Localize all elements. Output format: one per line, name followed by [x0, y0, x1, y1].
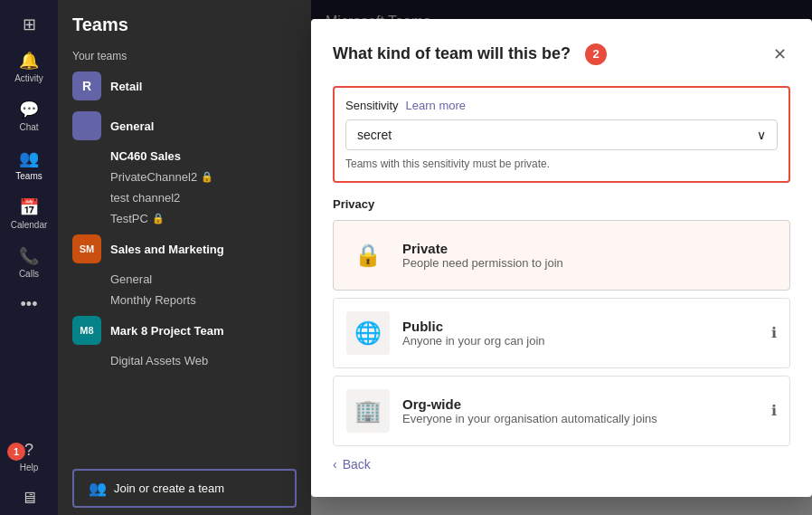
- sidebar-content: Your teams R Retail General NC460 Sales …: [58, 43, 311, 462]
- teams-icon: 👥: [19, 148, 39, 168]
- team-item-mark8[interactable]: M8 Mark 8 Project Team: [58, 310, 311, 350]
- calls-icon: 📞: [19, 246, 39, 266]
- channel-item-monthly-reports[interactable]: Monthly Reports: [58, 290, 311, 310]
- globe-icon: 🌐: [354, 320, 382, 346]
- team-item-general[interactable]: General: [58, 106, 311, 146]
- back-button[interactable]: ‹ Back: [333, 453, 371, 475]
- rail-item-calendar[interactable]: 📅 Calendar: [0, 190, 58, 237]
- back-label: Back: [343, 457, 371, 472]
- grid-icon: ⊞: [23, 14, 36, 34]
- public-desc: Anyone in your org can join: [402, 334, 759, 348]
- privacy-label: Privacy: [333, 197, 790, 211]
- rail-item-calls-label: Calls: [19, 269, 39, 279]
- private-info: Private People need permission to join: [402, 241, 777, 270]
- info-icon-orgwide[interactable]: ℹ: [771, 402, 777, 419]
- badge-1: 1: [7, 443, 25, 461]
- sensitivity-text: Sensitivity: [345, 99, 399, 112]
- rail-item-help-label: Help: [20, 463, 39, 472]
- team-name-sales: Sales and Marketing: [110, 243, 224, 256]
- info-icon-public[interactable]: ℹ: [771, 324, 777, 341]
- privacy-option-public[interactable]: 🌐 Public Anyone in your org can join ℹ: [333, 298, 790, 368]
- channel-item-nc460[interactable]: NC460 Sales: [58, 146, 311, 167]
- channel-item-digital-assets[interactable]: Digital Assets Web: [58, 350, 311, 371]
- modal-close-button[interactable]: ✕: [770, 41, 790, 68]
- rail-item-calendar-label: Calendar: [11, 220, 48, 230]
- rail-item-grid[interactable]: ⊞: [0, 7, 58, 42]
- modal: What kind of team will this be? 2 ✕ Sens…: [311, 19, 812, 497]
- public-icon-wrap: 🌐: [346, 311, 390, 355]
- modal-backdrop: What kind of team will this be? 2 ✕ Sens…: [311, 0, 812, 515]
- join-create-icon: 👥: [89, 480, 107, 497]
- modal-header: What kind of team will this be? 2 ✕: [333, 41, 790, 68]
- sensitivity-dropdown[interactable]: secret ∨: [345, 119, 778, 150]
- team-item-retail[interactable]: R Retail: [58, 66, 311, 106]
- modal-title-row: What kind of team will this be? 2: [333, 43, 607, 65]
- help-icon: ?: [24, 441, 33, 460]
- privacy-option-private[interactable]: 🔒 Private People need permission to join: [333, 220, 790, 291]
- lock-icon-privatechannel2: 🔒: [201, 171, 213, 183]
- lock-icon-private: 🔒: [354, 243, 382, 268]
- team-avatar-retail: R: [72, 72, 101, 100]
- join-create-label: Join or create a team: [114, 482, 224, 495]
- rail-item-chat[interactable]: 💬 Chat: [0, 92, 58, 139]
- sidebar-header: Teams: [58, 0, 311, 43]
- icon-rail: ⊞ 🔔 Activity 💬 Chat 👥 Teams 📅 Calendar 📞…: [0, 0, 58, 515]
- orgwide-desc: Everyone in your organisation automatica…: [402, 412, 759, 425]
- modal-title: What kind of team will this be?: [333, 44, 571, 63]
- rail-item-display[interactable]: 🖥: [0, 482, 58, 515]
- privacy-option-orgwide[interactable]: 🏢 Org-wide Everyone in your organisation…: [333, 376, 790, 446]
- org-icon: 🏢: [354, 398, 382, 424]
- channel-item-general-sales[interactable]: General: [58, 269, 311, 290]
- orgwide-info: Org-wide Everyone in your organisation a…: [402, 396, 759, 425]
- activity-icon: 🔔: [19, 51, 39, 71]
- rail-item-teams[interactable]: 👥 Teams: [0, 141, 58, 188]
- badge-2: 2: [585, 43, 607, 65]
- channel-item-testchannel2[interactable]: test channel2: [58, 187, 311, 208]
- calendar-icon: 📅: [19, 197, 39, 217]
- rail-item-activity-label: Activity: [14, 73, 43, 83]
- your-teams-label: Your teams: [58, 43, 311, 66]
- sensitivity-value: secret: [357, 128, 392, 142]
- team-name-general: General: [110, 119, 154, 133]
- private-name: Private: [402, 241, 777, 256]
- team-name-retail: Retail: [110, 80, 142, 93]
- join-create-button[interactable]: 👥 Join or create a team: [72, 469, 297, 508]
- team-avatar-sales: SM: [72, 234, 101, 263]
- sidebar: Teams Your teams R Retail General NC460 …: [58, 0, 311, 515]
- sensitivity-hint: Teams with this sensitivity must be priv…: [345, 157, 778, 170]
- rail-item-teams-label: Teams: [15, 171, 42, 181]
- orgwide-icon-wrap: 🏢: [346, 389, 390, 433]
- public-name: Public: [402, 319, 759, 334]
- rail-item-activity[interactable]: 🔔 Activity: [0, 43, 58, 91]
- private-desc: People need permission to join: [402, 256, 777, 270]
- sensitivity-section: Sensitivity Learn more secret ∨ Teams wi…: [333, 86, 790, 183]
- main-content: Microsoft Teams What kind of team will t…: [311, 0, 812, 515]
- channel-item-privatechannel2[interactable]: PrivateChannel2 🔒: [58, 167, 311, 187]
- orgwide-name: Org-wide: [402, 396, 759, 412]
- rail-item-more[interactable]: •••: [0, 288, 58, 321]
- rail-item-chat-label: Chat: [19, 122, 38, 132]
- sensitivity-learn-more-link[interactable]: Learn more: [406, 99, 466, 112]
- sidebar-title: Teams: [72, 14, 128, 35]
- private-icon-wrap: 🔒: [346, 234, 390, 277]
- lock-icon-testpc: 🔒: [152, 213, 165, 224]
- sensitivity-label-row: Sensitivity Learn more: [345, 99, 778, 112]
- team-name-mark8: Mark 8 Project Team: [110, 324, 223, 338]
- team-avatar-general: [72, 111, 101, 140]
- display-icon: 🖥: [21, 489, 37, 508]
- chevron-down-icon: ∨: [757, 128, 766, 142]
- rail-item-calls[interactable]: 📞 Calls: [0, 239, 58, 286]
- team-avatar-mark8: M8: [72, 316, 101, 345]
- more-icon: •••: [21, 295, 38, 314]
- team-item-sales-marketing[interactable]: SM Sales and Marketing: [58, 229, 311, 269]
- public-info: Public Anyone in your org can join: [402, 319, 759, 348]
- channel-item-testpc[interactable]: TestPC 🔒: [58, 208, 311, 229]
- chat-icon: 💬: [19, 100, 39, 119]
- back-arrow-icon: ‹: [333, 457, 337, 472]
